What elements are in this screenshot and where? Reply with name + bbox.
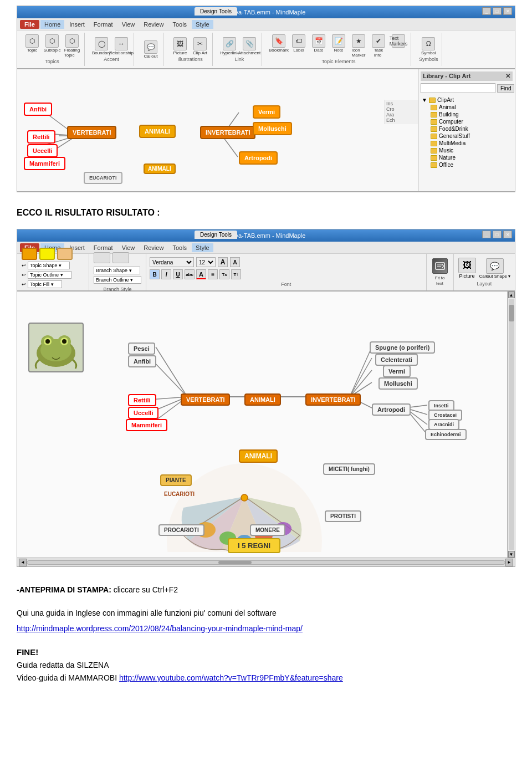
format-menu-2[interactable]: Format	[90, 243, 117, 252]
piante-node[interactable]: PIANTE	[160, 474, 192, 486]
font-size-select[interactable]: 12	[196, 257, 216, 267]
style-box-peach[interactable]	[57, 248, 73, 260]
youtube-link[interactable]: http://www.youtube.com/watch?v=TwTRr9PFm…	[119, 673, 343, 682]
note-btn[interactable]: 📝 Note	[330, 34, 347, 58]
scroll-up-btn[interactable]: ▲	[508, 292, 515, 298]
picture-btn[interactable]: 🖼 Picture	[171, 37, 189, 55]
i5regni-node[interactable]: I 5 REGNI	[228, 538, 280, 553]
branch-curve-btn2[interactable]	[112, 252, 129, 263]
design-tools-tab-2[interactable]: Design Tools	[195, 231, 237, 239]
vertebrati-node-1[interactable]: VERTEBRATI	[67, 126, 116, 139]
tools-menu-1[interactable]: Tools	[168, 20, 191, 29]
mammiferi-node-2[interactable]: Mammiferi	[126, 419, 167, 431]
animali-center-node[interactable]: ANIMALI	[244, 393, 281, 406]
callout-btn[interactable]: 💬 Callout	[142, 40, 160, 59]
invertebrati-node-1[interactable]: INVERTEBRATI	[200, 126, 255, 139]
picture-layout-btn[interactable]: 🖼 Picture	[458, 258, 476, 279]
maximize-btn-2[interactable]: □	[493, 231, 502, 238]
vermi-node-2[interactable]: Vermi	[383, 365, 411, 377]
scroll-thumb-h[interactable]	[218, 561, 252, 564]
close-btn-1[interactable]: ✕	[503, 7, 512, 15]
subtopic-btn[interactable]: ⬡ Subtopic	[43, 34, 61, 58]
superscript-btn[interactable]: T↑	[231, 269, 241, 279]
font-color-btn[interactable]: A	[196, 269, 206, 279]
branch-outline-dropdown[interactable]: Branch Outline ▾	[94, 276, 141, 284]
eucarioti-node-1[interactable]: EUCARIOTI	[84, 172, 122, 184]
procarioti-node[interactable]: PROCARIOTI	[158, 524, 204, 536]
aracnidi-node[interactable]: Aracnidi	[428, 419, 459, 430]
monere-node[interactable]: MONERE	[250, 524, 285, 536]
tree-general[interactable]: GeneralStuff	[429, 132, 513, 140]
scroll-right-btn[interactable]: ►	[505, 559, 513, 566]
insert-menu-1[interactable]: Insert	[65, 20, 89, 29]
topic-outline-dropdown[interactable]: Topic Outline ▾	[28, 271, 71, 279]
maximize-btn-1[interactable]: □	[493, 7, 502, 15]
molluschi-node-2[interactable]: Molluschi	[378, 377, 418, 390]
find-button[interactable]: Find	[497, 84, 514, 93]
artropodi-node-1[interactable]: Artropodi	[239, 151, 278, 165]
review-menu-2[interactable]: Review	[140, 243, 167, 252]
vermi-node-1[interactable]: Vermi	[253, 105, 280, 119]
anfibi-node-1[interactable]: Anfibi	[24, 103, 52, 116]
font-size-up-btn[interactable]: A	[218, 257, 228, 267]
view-menu-2[interactable]: View	[118, 243, 139, 252]
protisti-node[interactable]: PROTISTI	[325, 510, 361, 522]
file-menu-1[interactable]: File	[20, 20, 39, 29]
text-markers-btn[interactable]: TextMarkers	[390, 34, 407, 58]
miceti-node[interactable]: MICETI( funghi)	[323, 463, 375, 475]
date-btn[interactable]: 📅 Date	[310, 34, 328, 58]
celenterati-node[interactable]: Celenterati	[375, 354, 418, 366]
strikethrough-btn[interactable]: abc	[185, 269, 195, 279]
tree-building[interactable]: Building	[429, 111, 513, 118]
vertebrati-node-2[interactable]: VERTEBRATI	[181, 393, 230, 406]
minimize-btn-1[interactable]: _	[482, 7, 491, 15]
callout-layout-btn[interactable]: 💬 Callout Shape ▾	[479, 258, 510, 279]
hyperlink-btn[interactable]: 🔗 Hyperlink	[221, 37, 238, 55]
style-box-yellow[interactable]	[39, 248, 55, 260]
style-menu-1[interactable]: Style	[192, 20, 213, 29]
library-close-btn[interactable]: ✕	[505, 73, 510, 80]
spugne-node[interactable]: Spugne (o poriferi)	[370, 341, 435, 354]
review-menu-1[interactable]: Review	[140, 20, 167, 29]
scroll-left-btn[interactable]: ◄	[19, 559, 27, 566]
attachment-btn[interactable]: 📎 Attachment	[241, 37, 258, 55]
library-search-input[interactable]	[421, 83, 495, 93]
vertical-scrollbar[interactable]: ▲ ▼	[507, 292, 515, 558]
main-canvas-1[interactable]: ANIMALI VERTEBRATI INVERTEBRATI Vermi Mo…	[17, 69, 418, 191]
topic-fill-dropdown[interactable]: Topic Fill ▾	[28, 280, 62, 288]
style-box-orange[interactable]	[22, 248, 37, 260]
tree-food[interactable]: Food&Drink	[429, 125, 513, 132]
anfibi-node-2[interactable]: Anfibi	[128, 355, 156, 367]
tree-music[interactable]: Music	[429, 147, 513, 154]
clip-art-btn[interactable]: ✂ Clip Art	[191, 37, 209, 55]
animali-node-1[interactable]: ANIMALI	[139, 125, 176, 138]
fit-to-icon[interactable]	[432, 258, 448, 274]
invertebrati-node-2[interactable]: INVERTEBRATI	[305, 393, 361, 406]
icon-marker-btn[interactable]: ★ IconMarker	[350, 34, 367, 58]
canvas-2[interactable]: ANIMALI VERTEBRATI INVERTEBRATI Pesci An…	[17, 292, 515, 566]
font-name-select[interactable]: Verdana	[150, 257, 194, 267]
align-btn[interactable]: ≡	[208, 269, 218, 279]
close-btn-2[interactable]: ✕	[503, 231, 512, 238]
tree-office[interactable]: Office	[429, 161, 513, 168]
bookmark-btn[interactable]: 🔖 Bookmark	[270, 34, 288, 58]
artropodi-node-2[interactable]: Artropodi	[372, 403, 411, 416]
relationship-btn[interactable]: ↔ Relationship	[112, 37, 130, 55]
floating-topic-btn[interactable]: ⬡ FloatingTopic	[63, 34, 81, 58]
pesci-node[interactable]: Pesci	[128, 343, 155, 355]
molluschi-node-1[interactable]: Molluschi	[253, 122, 292, 135]
branch-shape-dropdown[interactable]: Branch Shape ▾	[94, 267, 140, 274]
symbol-btn[interactable]: Ω Symbol	[420, 37, 437, 55]
design-tools-tab-1[interactable]: Design Tools	[195, 7, 237, 16]
bold-btn[interactable]: B	[150, 269, 160, 279]
topic-btn[interactable]: ⬡ Topic	[23, 34, 41, 58]
uccelli-node-2[interactable]: Uccelli	[128, 407, 158, 419]
format-menu-1[interactable]: Format	[90, 20, 117, 29]
minimize-btn-2[interactable]: _	[482, 231, 491, 238]
rettili-node-2[interactable]: Rettili	[128, 394, 156, 406]
tree-computer[interactable]: Computer	[429, 118, 513, 125]
task-btn[interactable]: ✔ TaskInfo	[370, 34, 387, 58]
tree-nature[interactable]: Nature	[429, 154, 513, 161]
label-btn[interactable]: 🏷 Label	[290, 34, 308, 58]
underline-btn[interactable]: U	[173, 269, 183, 279]
